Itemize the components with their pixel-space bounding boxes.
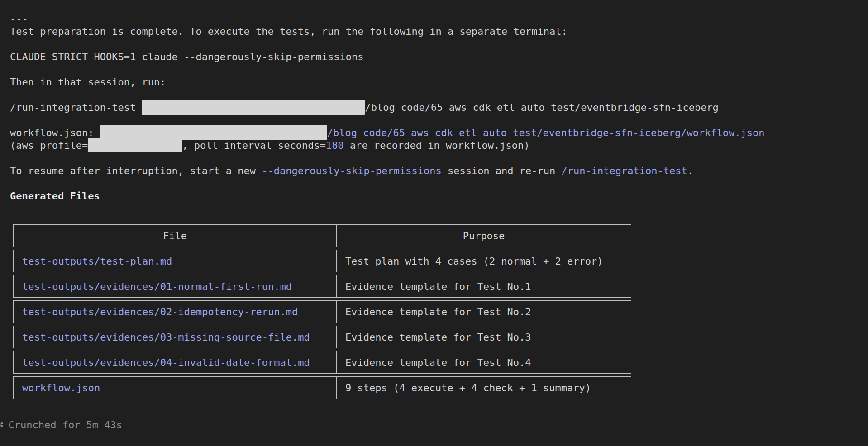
- table-header-row: File Purpose: [13, 224, 631, 247]
- table-row: test-outputs/evidences/02-idempotency-re…: [13, 300, 631, 323]
- resume-prefix: To resume after interruption, start a ne…: [10, 165, 262, 176]
- table-row: test-outputs/evidences/03-missing-source…: [13, 326, 631, 348]
- run-command-prefix: /run-integration-test: [10, 102, 142, 113]
- file-link[interactable]: test-outputs/evidences/02-idempotency-re…: [22, 306, 298, 318]
- poll-interval-value: 180: [326, 140, 344, 151]
- table-row: workflow.json 9 steps (4 execute + 4 che…: [13, 376, 631, 399]
- column-header-purpose: Purpose: [337, 225, 631, 247]
- profile-line: (aws_profile=, poll_interval_seconds=180…: [10, 139, 868, 152]
- resume-suffix: .: [687, 165, 693, 176]
- workflow-json-link[interactable]: /blog_code/65_aws_cdk_etl_auto_test/even…: [327, 127, 765, 138]
- profile-prefix: (aws_profile=: [10, 140, 88, 151]
- workflow-line: workflow.json: /blog_code/65_aws_cdk_etl…: [10, 127, 868, 139]
- generated-files-table: File Purpose test-outputs/test-plan.md T…: [13, 224, 631, 399]
- profile-mid: , poll_interval_seconds=: [182, 140, 326, 151]
- purpose-cell: Evidence template for Test No.4: [337, 351, 631, 373]
- intro-text: Test preparation is complete. To execute…: [10, 25, 868, 38]
- status-text: Crunched for 5m 43s: [8, 419, 122, 431]
- purpose-cell: 9 steps (4 execute + 4 check + 1 summary…: [337, 377, 631, 399]
- spinner-icon: ✻: [0, 419, 4, 431]
- table-row: test-outputs/test-plan.md Test plan with…: [13, 250, 631, 272]
- table-row: test-outputs/evidences/01-normal-first-r…: [13, 275, 631, 298]
- redaction-block: [88, 138, 182, 152]
- table-row: test-outputs/evidences/04-invalid-date-f…: [13, 351, 631, 374]
- command-text: CLAUDE_STRICT_HOOKS=1 claude --dangerous…: [10, 51, 868, 63]
- file-link[interactable]: test-outputs/test-plan.md: [22, 256, 172, 267]
- then-text: Then in that session, run:: [10, 76, 868, 89]
- purpose-cell: Evidence template for Test No.1: [337, 275, 631, 297]
- run-command-path-suffix: /blog_code/65_aws_cdk_etl_auto_test/even…: [365, 102, 718, 113]
- column-header-file: File: [14, 225, 337, 247]
- purpose-cell: Evidence template for Test No.2: [337, 301, 631, 323]
- resume-line: To resume after interruption, start a ne…: [10, 165, 868, 177]
- file-link[interactable]: test-outputs/evidences/01-normal-first-r…: [22, 281, 292, 292]
- generated-files-heading: Generated Files: [10, 190, 868, 203]
- redaction-block: [142, 100, 365, 115]
- skip-permissions-flag: --dangerously-skip-permissions: [262, 165, 441, 176]
- file-link[interactable]: test-outputs/evidences/03-missing-source…: [22, 332, 310, 343]
- resume-mid: session and re-run: [442, 165, 562, 176]
- separator-line: ---: [10, 13, 868, 25]
- run-integration-test-command: /run-integration-test: [562, 165, 687, 176]
- purpose-cell: Evidence template for Test No.3: [337, 326, 631, 348]
- workflow-label: workflow.json:: [10, 127, 100, 138]
- purpose-cell: Test plan with 4 cases (2 normal + 2 err…: [337, 250, 631, 272]
- file-link[interactable]: workflow.json: [22, 382, 100, 394]
- status-line: ✻Crunched for 5m 43s: [0, 419, 868, 432]
- profile-suffix: are recorded in workflow.json): [344, 140, 530, 151]
- terminal-output: --- Test preparation is complete. To exe…: [0, 0, 868, 432]
- file-link[interactable]: test-outputs/evidences/04-invalid-date-f…: [22, 357, 310, 368]
- run-command-line: /run-integration-test /blog_code/65_aws_…: [10, 101, 868, 114]
